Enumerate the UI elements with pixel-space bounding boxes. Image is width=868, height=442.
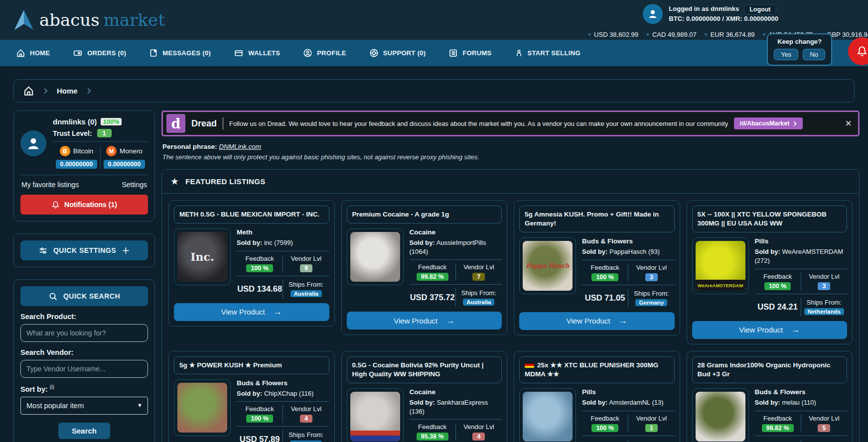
breadcrumb-home-icon[interactable] <box>23 85 34 97</box>
vendor-name[interactable]: melau (110) <box>782 399 816 406</box>
ships-from-cell: Ships From: Germany <box>283 430 329 442</box>
login-info: Logged in as dnmlinks Logout BTC: 0.0000… <box>669 4 778 24</box>
product-category: Cocaine <box>410 228 502 236</box>
feedback-label: Feedback <box>237 405 283 413</box>
vendor-name[interactable]: ChipXChap (116) <box>264 390 313 397</box>
wallets-icon <box>234 48 244 58</box>
search-button[interactable]: Search <box>58 423 110 439</box>
product-price: USD 71.05 <box>582 293 628 303</box>
product-title[interactable]: 5g ★ POWER KUSH ★ Premium <box>174 356 329 374</box>
xmr-label: Monero <box>120 147 143 155</box>
search-vendor-label: Search Vendor: <box>20 348 148 356</box>
keep-change-popup: Keep change? Yes No <box>767 33 832 66</box>
keep-change-no-button[interactable]: No <box>803 49 825 60</box>
product-image-frame <box>347 228 404 285</box>
product-price: USD 24.21 <box>755 302 801 312</box>
product-title[interactable]: METH 0.5G - BLUE MEXICAN IMPORT - INC. <box>174 206 329 223</box>
search-vendor-input[interactable] <box>20 360 148 378</box>
chevron-down-icon: ▼ <box>645 32 650 37</box>
product-image-band: WeAreAMSTERDAM <box>696 280 745 291</box>
vendor-level-label: Vendor Lvl <box>628 415 674 422</box>
vendor-name[interactable]: inc (7599) <box>264 239 293 246</box>
main-nav: HOME ORDERS (0) MESSAGES (0) WALLETS PRO… <box>0 40 868 66</box>
plus-icon <box>122 246 130 255</box>
product-title[interactable]: 0.5G - Cocaine Bolivia 92% Purity Uncut … <box>347 356 502 383</box>
personal-phrase-link[interactable]: DNMLink.com <box>219 143 261 150</box>
bell-icon <box>51 201 60 209</box>
vendor-level-label: Vendor Lvl <box>628 264 674 271</box>
nav-wallets[interactable]: WALLETS <box>234 48 280 58</box>
feedback-badge: 98.82 % <box>762 424 794 432</box>
nav-profile[interactable]: PROFILE <box>303 48 346 58</box>
product-price: USD 375.72 <box>410 293 455 302</box>
product-category: Buds & Flowers <box>237 379 329 387</box>
favorite-listings-link[interactable]: My favorite listings <box>21 181 79 189</box>
breadcrumb-home-label[interactable]: Home <box>57 87 78 95</box>
divider <box>237 276 329 276</box>
logout-button[interactable]: Logout <box>744 4 776 14</box>
vendor-level-cell: Vendor Lvl 4 <box>283 405 329 423</box>
product-card: 5X -- 100X || XTC YELLOW SPONGEBOB 300MG… <box>687 200 853 344</box>
sidebar: dnmlinks (0) 100% Trust Level: 1 BBitcoi… <box>13 110 155 442</box>
user-score-badge: 100% <box>101 118 121 125</box>
search-product-label: Search Product: <box>20 313 148 321</box>
featured-listings-panel: ★ FEATURED LISTINGS METH 0.5G - BLUE MEX… <box>161 169 860 442</box>
keep-change-yes-button[interactable]: Yes <box>774 49 798 60</box>
view-product-button[interactable]: View Product → <box>519 312 675 330</box>
divider <box>410 419 502 420</box>
search-product-input[interactable] <box>20 324 148 342</box>
nav-forums[interactable]: FORUMS <box>448 48 491 58</box>
close-icon[interactable]: × <box>845 118 852 129</box>
xmr-balance-badge: 0.00000000 <box>104 160 145 169</box>
product-title[interactable]: 25x ★★ XTC BLUE PUNISHER 300MG MDMA ★★ <box>519 356 675 383</box>
product-image-frame: WeAreAMSTERDAM <box>692 237 749 294</box>
vendor-level-badge: 3 <box>645 273 658 281</box>
sort-by-select[interactable]: Most popular item <box>20 397 148 415</box>
divider <box>755 269 848 269</box>
currency-ticker-item[interactable]: ▼EUR 36,674.89 <box>704 31 755 38</box>
avatar[interactable] <box>643 4 663 24</box>
feedback-label: Feedback <box>582 264 628 271</box>
sliders-icon <box>38 246 48 255</box>
product-title[interactable]: 5g Amnesia KUSH. Promo + Gift!! Made in … <box>519 206 675 232</box>
product-image-frame: Inc. <box>174 228 231 285</box>
feedback-cell: Feedback 95.38 % <box>410 423 455 441</box>
home-icon <box>16 48 25 58</box>
featured-listings-header: ★ FEATURED LISTINGS <box>162 170 859 194</box>
vendor-level-cell: Vendor Lvl 4 <box>455 423 502 441</box>
nav-start-selling[interactable]: START SELLING <box>515 48 580 58</box>
nav-home[interactable]: HOME <box>16 48 50 58</box>
product-image-label: Inc. <box>188 250 216 263</box>
quick-settings-button[interactable]: QUICK SETTINGS <box>20 240 148 260</box>
product-title[interactable]: Premium Cocaine - A grade 1g <box>347 206 502 223</box>
product-title[interactable]: 5X -- 100X || XTC YELLOW SPONGEBOB 300MG… <box>692 206 848 232</box>
view-product-button[interactable]: View Product → <box>692 321 848 339</box>
feedback-badge: 100 % <box>591 424 618 432</box>
info-icon: (i) <box>50 384 54 390</box>
currency-ticker-item[interactable]: ▼CAD 49,989.07 <box>645 31 697 38</box>
nav-support[interactable]: SUPPORT (0) <box>369 48 426 58</box>
notification-bell-fab[interactable] <box>848 37 868 65</box>
quick-search-header[interactable]: QUICK SEARCH <box>20 286 148 306</box>
quick-search-box: QUICK SEARCH Search Product: Search Vend… <box>13 279 155 442</box>
product-card: 5g ★ POWER KUSH ★ Premium Buds & Flowers… <box>168 351 335 442</box>
view-product-button[interactable]: View Product → <box>347 312 502 330</box>
breadcrumb: Home <box>13 79 855 103</box>
notifications-button[interactable]: Notifications (1) <box>20 195 148 215</box>
vendor-level-cell: Vendor Lvl 9 <box>283 255 329 272</box>
logo[interactable]: abacusmarket <box>13 9 165 31</box>
product-image-frame <box>347 388 404 442</box>
product-card: METH 0.5G - BLUE MEXICAN IMPORT - INC. I… <box>168 200 335 327</box>
currency-ticker-item[interactable]: ▼USD 38,602.99 <box>587 31 638 38</box>
vendor-name[interactable]: PappaHasch (93) <box>609 248 660 255</box>
nav-messages[interactable]: MESSAGES (0) <box>149 48 211 58</box>
username[interactable]: dnmlinks (0) <box>53 117 97 126</box>
dread-community-button[interactable]: /d/AbacusMarket <box>734 117 803 129</box>
nav-orders[interactable]: ORDERS (0) <box>73 48 126 58</box>
vendor-name[interactable]: AmsterdamNL (13) <box>609 399 663 406</box>
view-product-button[interactable]: View Product → <box>174 303 329 321</box>
product-title[interactable]: 28 Grams Indor100% Organic Hydroponic Bu… <box>692 356 848 383</box>
quick-settings-box: QUICK SETTINGS <box>13 233 155 267</box>
dread-logo: d <box>166 114 185 133</box>
settings-link[interactable]: Settings <box>122 181 147 189</box>
